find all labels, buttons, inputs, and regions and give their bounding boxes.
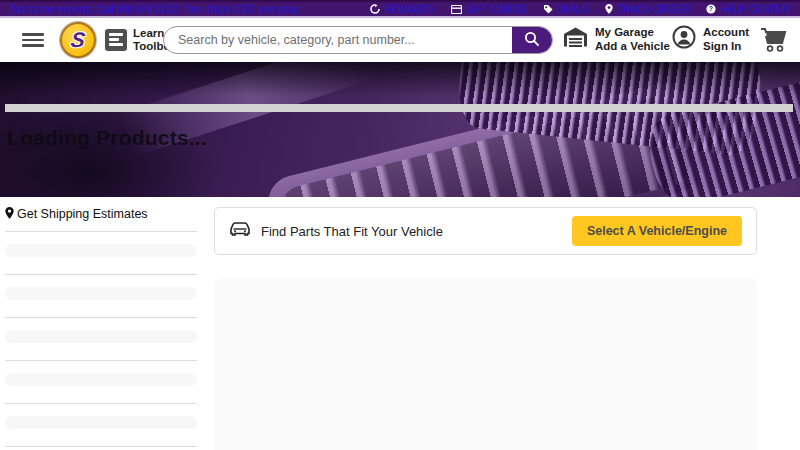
sidebar-divider <box>5 403 197 404</box>
get-shipping-estimates-link[interactable]: Get Shipping Estimates <box>5 206 197 222</box>
sidebar-divider <box>5 231 197 232</box>
speedway-logo[interactable]: S <box>60 22 96 58</box>
cart-button[interactable] <box>760 27 790 53</box>
topbar-links: REWARDS GIFT CARDS DEALS TRACK ORDER ? H… <box>370 4 790 15</box>
sidebar-skeleton-bar <box>5 373 197 386</box>
garage-line1: My Garage <box>595 25 670 39</box>
help-center-link[interactable]: ? HELP CENTER <box>706 4 790 15</box>
top-utility-bar: Talk to the experts. Call 800.979.0122, … <box>0 0 800 16</box>
search-bar <box>163 26 553 54</box>
search-icon <box>524 31 540 50</box>
track-order-icon <box>605 4 613 14</box>
fit-vehicle-text: Find Parts That Fit Your Vehicle <box>261 224 443 239</box>
hero-banner: Loading Products... <box>0 62 800 197</box>
gift-cards-label: GIFT CARDS <box>466 4 526 15</box>
main-header: S Learn Toolbo: My Garage Add a Vehicle <box>0 18 800 62</box>
deals-label: DEALS <box>557 4 590 15</box>
sidebar-skeleton-bar <box>5 244 197 257</box>
learn-toolbox-icon[interactable] <box>105 29 127 51</box>
search-button[interactable] <box>512 27 552 53</box>
rewards-label: REWARDS <box>384 4 435 15</box>
car-icon <box>229 221 251 241</box>
my-garage-button[interactable]: My Garage Add a Vehicle <box>563 25 670 54</box>
loading-progress-bar <box>5 104 793 112</box>
help-center-icon: ? <box>706 4 716 14</box>
sidebar-divider <box>5 274 197 275</box>
track-order-label: TRACK ORDER <box>617 4 690 15</box>
search-input[interactable] <box>164 27 512 53</box>
phone-link[interactable]: Talk to the experts. Call 800.979.0122, … <box>10 4 301 15</box>
rewards-icon <box>370 4 380 14</box>
page: Talk to the experts. Call 800.979.0122, … <box>0 0 800 450</box>
gift-cards-icon <box>451 5 462 14</box>
get-shipping-estimates-label: Get Shipping Estimates <box>17 207 148 221</box>
filters-sidebar: Get Shipping Estimates <box>5 197 197 450</box>
select-vehicle-engine-button[interactable]: Select A Vehicle/Engine <box>572 216 742 246</box>
cart-icon <box>760 39 788 56</box>
account-line1: Account <box>703 25 749 39</box>
main-panel: Find Parts That Fit Your Vehicle Select … <box>214 197 757 450</box>
sidebar-divider <box>5 360 197 361</box>
sidebar-divider <box>5 317 197 318</box>
loading-products-text: Loading Products... <box>7 126 207 150</box>
products-loading-skeleton <box>214 278 757 450</box>
location-pin-icon <box>5 207 14 222</box>
help-center-label: HELP CENTER <box>720 4 790 15</box>
fit-vehicle-card: Find Parts That Fit Your Vehicle Select … <box>214 207 757 255</box>
track-order-link[interactable]: TRACK ORDER <box>605 4 690 15</box>
content-area: Get Shipping Estimates Find Parts That F… <box>0 197 800 450</box>
account-icon <box>672 25 696 53</box>
logo-letter: S <box>69 28 86 52</box>
garage-icon <box>563 26 588 52</box>
svg-text:?: ? <box>709 5 713 12</box>
deals-link[interactable]: DEALS <box>543 4 590 15</box>
deals-icon <box>543 4 553 14</box>
rewards-link[interactable]: REWARDS <box>370 4 435 15</box>
account-line2: Sign In <box>703 39 749 53</box>
garage-line2: Add a Vehicle <box>595 39 670 53</box>
sidebar-skeleton-list <box>5 231 197 450</box>
sidebar-skeleton-bar <box>5 416 197 429</box>
gift-cards-link[interactable]: GIFT CARDS <box>451 4 526 15</box>
sidebar-skeleton-bar <box>5 330 197 343</box>
sidebar-divider <box>5 446 197 447</box>
hamburger-menu-icon[interactable] <box>22 33 44 47</box>
sidebar-skeleton-bar <box>5 287 197 300</box>
account-button[interactable]: Account Sign In <box>672 25 749 54</box>
hero-image-layer <box>0 62 800 96</box>
